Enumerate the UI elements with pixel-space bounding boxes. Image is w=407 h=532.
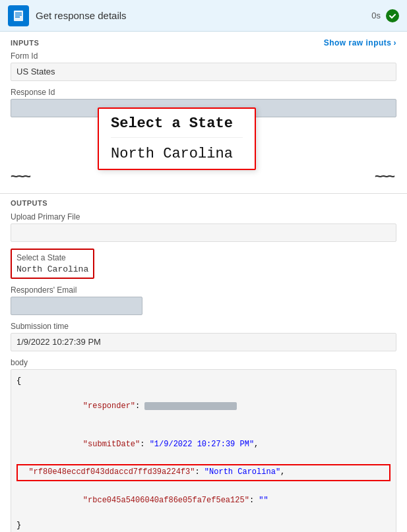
body-code: { "responder": "submitDate": "1/9/2022 1… [11,369,396,532]
upload-primary-file-value [11,223,396,242]
upload-primary-file-label: Upload Primary File [11,212,396,222]
inputs-section-header: INPUTS Show raw inputs › [11,32,396,51]
submission-time-label: Submission time [11,322,396,331]
submission-time-value: 1/9/2022 10:27:39 PM [11,333,396,351]
select-state-label: Select a State [16,253,88,262]
svg-rect-2 [15,15,22,16]
outputs-label: OUTPUTS [11,194,396,212]
code-key-nc: "rf80e48eccdf043ddaccd7ffd39a224f3" [28,467,195,477]
code-submitdate-value: "1/9/2022 10:27:39 PM" [150,440,254,449]
wavy-decoration-left: ~~~ [11,169,30,184]
code-line-submitdate: "submitDate": "1/9/2022 10:27:39 PM", [16,426,391,464]
outputs-section: OUTPUTS Upload Primary File Select a Sta… [0,193,407,532]
body-label: body [11,358,396,367]
response-id-label: Response Id [11,88,396,97]
select-state-value: North Carolina [16,264,88,274]
responders-email-label: Responders' Email [11,285,396,295]
code-line-open: { [16,375,391,388]
show-raw-inputs-button[interactable]: Show raw inputs › [324,38,396,47]
code-rbce-value: "" [259,496,268,505]
code-key-submitdate: "submitDate" [83,440,140,449]
wavy-decoration-right: ~~~ [375,169,394,184]
code-line-responder: "responder": [16,388,391,426]
popup-title: Select a State [111,115,243,138]
submission-time-field: Submission time 1/9/2022 10:27:39 PM [11,322,396,351]
svg-rect-3 [15,16,20,18]
body-section: body { "responder": "submitDate": "1/9/2… [11,358,396,532]
popup-tooltip: Select a State North Carolina [98,107,256,170]
form-icon [8,5,29,26]
content-area: INPUTS Show raw inputs › Form Id US Stat… [0,32,407,532]
svg-rect-0 [14,11,23,21]
upload-primary-file-field: Upload Primary File [11,212,396,242]
header: Get response details 0s [0,0,407,32]
header-time: 0s [371,11,381,20]
highlighted-nc-line: "rf80e48eccdf043ddaccd7ffd39a224f3": "No… [16,464,391,481]
code-key-responder: "responder" [83,401,135,411]
form-id-value: US States [11,63,396,81]
code-line-close: } [16,519,391,532]
inputs-label: INPUTS [11,39,39,47]
code-key-rbce: "rbce045a5406040af86e05fa7ef5ea125" [83,496,249,505]
responders-email-value [11,297,142,315]
code-line-rbce: "rbce045a5406040af86e05fa7ef5ea125": "" [16,482,391,520]
form-id-field: Form Id US States [11,51,396,81]
popup-value: North Carolina [111,143,243,162]
select-state-box: Select a State North Carolina [11,249,94,279]
form-id-label: Form Id [11,51,396,61]
responders-email-field: Responders' Email [11,285,396,315]
responder-placeholder [144,402,237,410]
code-nc-value: "North Carolina" [204,467,280,477]
success-icon [386,9,399,22]
svg-rect-1 [15,13,22,14]
header-title: Get response details [36,10,371,21]
